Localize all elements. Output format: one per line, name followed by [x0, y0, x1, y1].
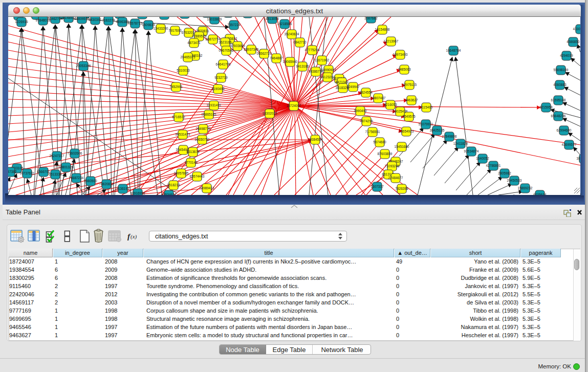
svg-text:74989413: 74989413: [200, 186, 214, 190]
svg-text:9115460: 9115460: [420, 105, 433, 109]
svg-text:5430391: 5430391: [89, 18, 102, 21]
svg-text:9413186: 9413186: [296, 64, 309, 68]
svg-text:47775204: 47775204: [305, 48, 320, 52]
svg-text:7826398: 7826398: [395, 187, 408, 190]
svg-text:28148932: 28148932: [61, 17, 76, 19]
svg-text:20053346: 20053346: [76, 64, 91, 68]
svg-text:7917693: 7917693: [168, 29, 182, 32]
svg-text:19218506: 19218506: [277, 22, 292, 26]
svg-text:9136193: 9136193: [116, 187, 129, 190]
svg-text:16033809: 16033809: [207, 17, 222, 21]
svg-text:4873471: 4873471: [187, 41, 201, 45]
svg-text:19384554: 19384554: [308, 138, 323, 141]
svg-text:0842710: 0842710: [293, 40, 307, 44]
svg-text:1509839: 1509839: [142, 23, 155, 27]
svg-text:13433200: 13433200: [154, 27, 168, 30]
svg-text:20450533: 20450533: [507, 179, 522, 182]
svg-text:12975115: 12975115: [402, 83, 417, 86]
svg-text:10973493: 10973493: [393, 53, 408, 56]
svg-text:38425135: 38425135: [430, 128, 445, 132]
svg-text:7770143: 7770143: [184, 161, 198, 164]
svg-text:61595148: 61595148: [551, 98, 566, 102]
svg-text:5674680: 5674680: [373, 140, 386, 144]
svg-text:87603669: 87603669: [230, 44, 245, 48]
svg-text:15869232: 15869232: [518, 186, 533, 190]
svg-text:38721489: 38721489: [577, 157, 580, 160]
svg-text:8313678: 8313678: [186, 150, 200, 154]
svg-text:87603859: 87603859: [378, 152, 393, 156]
svg-text:06562729: 06562729: [257, 52, 272, 55]
svg-text:1549575: 1549575: [402, 115, 416, 118]
svg-text:7485063: 7485063: [398, 68, 411, 71]
svg-text:43534624: 43534624: [162, 193, 177, 195]
svg-text:78820812: 78820812: [99, 182, 114, 186]
svg-text:1226916: 1226916: [15, 20, 28, 24]
svg-text:3623166: 3623166: [219, 40, 232, 44]
svg-text:26247317: 26247317: [50, 154, 64, 158]
svg-text:5310033: 5310033: [177, 69, 190, 72]
svg-text:3518233: 3518233: [167, 183, 180, 187]
svg-text:18302023: 18302023: [263, 112, 277, 115]
svg-text:8347382: 8347382: [8, 170, 17, 173]
svg-text:2805982: 2805982: [498, 171, 511, 175]
svg-text:(x): (x): [130, 233, 137, 240]
svg-text:6216053: 6216053: [384, 103, 397, 106]
svg-text:09670546: 09670546: [219, 49, 234, 52]
svg-text:10801326: 10801326: [59, 165, 74, 169]
svg-text:7874296: 7874296: [360, 119, 373, 123]
svg-text:90916998: 90916998: [130, 191, 145, 195]
svg-text:42786801: 42786801: [486, 164, 501, 167]
svg-text:34957885: 34957885: [174, 171, 189, 175]
svg-text:7452991: 7452991: [169, 85, 183, 89]
svg-text:12411824: 12411824: [453, 142, 468, 145]
svg-text:43303654: 43303654: [573, 27, 580, 31]
svg-text:15451680: 15451680: [395, 145, 409, 148]
svg-text:6566701: 6566701: [37, 170, 50, 173]
svg-text:0249947: 0249947: [346, 85, 360, 89]
svg-text:71093248: 71093248: [385, 164, 400, 168]
svg-text:65648236: 65648236: [551, 114, 566, 118]
svg-text:93534874: 93534874: [464, 149, 479, 153]
svg-text:64990913: 64990913: [321, 68, 336, 72]
svg-text:4190496: 4190496: [211, 87, 225, 91]
svg-text:6513338: 6513338: [49, 172, 62, 176]
svg-text:94531473: 94531473: [176, 133, 190, 136]
svg-text:46578713: 46578713: [128, 21, 143, 25]
svg-text:20465375: 20465375: [181, 55, 195, 59]
svg-text:9232719: 9232719: [214, 76, 228, 79]
svg-text:85574443: 85574443: [190, 174, 205, 178]
svg-text:18724007: 18724007: [287, 104, 301, 107]
svg-text:05865185: 05865185: [202, 113, 216, 116]
svg-text:8813054: 8813054: [266, 17, 279, 20]
svg-text:4896383: 4896383: [116, 20, 129, 24]
svg-text:0980500: 0980500: [84, 179, 97, 183]
svg-text:4060883: 4060883: [553, 83, 567, 86]
svg-text:88937346: 88937346: [244, 48, 259, 51]
svg-text:74687234: 74687234: [69, 176, 84, 180]
svg-text:27889579: 27889579: [192, 34, 207, 38]
svg-text:4294019: 4294019: [560, 54, 573, 57]
svg-text:6025634: 6025634: [533, 193, 547, 195]
svg-text:31931491: 31931491: [207, 103, 222, 107]
svg-text:10807487: 10807487: [371, 96, 386, 100]
svg-text:7357224: 7357224: [227, 23, 241, 27]
svg-text:99737631: 99737631: [20, 171, 35, 175]
svg-text:28498776: 28498776: [196, 127, 211, 130]
svg-text:99650752: 99650752: [195, 138, 210, 141]
svg-text:6716572: 6716572: [172, 115, 185, 119]
svg-text:64641708: 64641708: [216, 62, 231, 66]
svg-text:73602606: 73602606: [68, 151, 82, 155]
svg-text:1640052: 1640052: [476, 157, 489, 160]
svg-text:51462704: 51462704: [48, 17, 63, 20]
svg-text:9463627: 9463627: [405, 98, 418, 102]
svg-text:8215958: 8215958: [539, 105, 553, 109]
svg-text:28809570: 28809570: [75, 17, 90, 20]
svg-text:27484677: 27484677: [388, 176, 403, 180]
svg-text:27849808: 27849808: [442, 135, 457, 138]
svg-text:16648784: 16648784: [446, 49, 461, 52]
svg-text:55698169: 55698169: [554, 68, 569, 72]
svg-text:71756551: 71756551: [365, 130, 380, 134]
svg-text:7464887: 7464887: [270, 56, 283, 60]
svg-text:51079911: 51079911: [419, 122, 433, 126]
svg-text:7182278: 7182278: [102, 18, 115, 22]
